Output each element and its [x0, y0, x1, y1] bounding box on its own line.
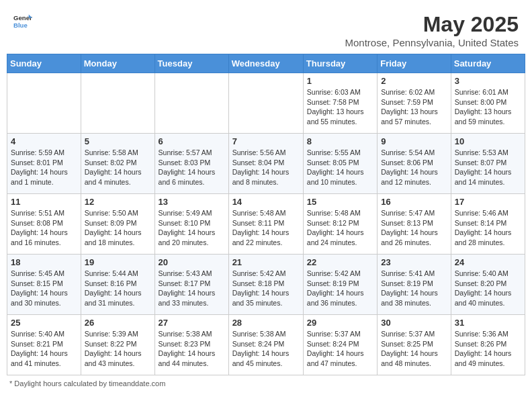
calendar-body: 1Sunrise: 6:03 AM Sunset: 7:58 PM Daylig… — [7, 73, 525, 375]
day-info: Sunrise: 5:39 AM Sunset: 8:22 PM Dayligh… — [85, 329, 151, 369]
calendar-day-cell: 3Sunrise: 6:01 AM Sunset: 8:00 PM Daylig… — [451, 73, 525, 134]
day-number: 13 — [159, 197, 225, 207]
day-info: Sunrise: 5:48 AM Sunset: 8:12 PM Dayligh… — [307, 208, 373, 248]
calendar-day-cell: 19Sunrise: 5:44 AM Sunset: 8:16 PM Dayli… — [81, 255, 154, 315]
day-info: Sunrise: 6:01 AM Sunset: 8:00 PM Dayligh… — [455, 87, 521, 127]
calendar-day-cell: 22Sunrise: 5:42 AM Sunset: 8:19 PM Dayli… — [303, 255, 377, 315]
day-number: 4 — [11, 136, 77, 146]
calendar-day-cell: 6Sunrise: 5:57 AM Sunset: 8:03 PM Daylig… — [154, 134, 228, 194]
day-number: 10 — [455, 136, 521, 146]
calendar-day-cell: 8Sunrise: 5:55 AM Sunset: 8:05 PM Daylig… — [303, 134, 377, 194]
calendar-day-cell: 17Sunrise: 5:46 AM Sunset: 8:14 PM Dayli… — [451, 194, 525, 255]
calendar-day-cell: 1Sunrise: 6:03 AM Sunset: 7:58 PM Daylig… — [303, 73, 377, 134]
day-number: 20 — [159, 257, 225, 267]
calendar-day-cell: 15Sunrise: 5:48 AM Sunset: 8:12 PM Dayli… — [303, 194, 377, 255]
day-number: 21 — [232, 257, 300, 267]
calendar-day-cell — [81, 73, 154, 134]
calendar-day-cell: 12Sunrise: 5:50 AM Sunset: 8:09 PM Dayli… — [81, 194, 154, 255]
calendar-day-cell: 23Sunrise: 5:41 AM Sunset: 8:19 PM Dayli… — [378, 255, 451, 315]
day-info: Sunrise: 5:48 AM Sunset: 8:11 PM Dayligh… — [232, 208, 300, 248]
logo-icon: General Blue — [13, 12, 32, 31]
day-info: Sunrise: 5:50 AM Sunset: 8:09 PM Dayligh… — [85, 208, 151, 248]
day-info: Sunrise: 5:36 AM Sunset: 8:26 PM Dayligh… — [455, 329, 521, 369]
weekday-header-cell: Friday — [378, 54, 451, 73]
day-info: Sunrise: 5:38 AM Sunset: 8:23 PM Dayligh… — [159, 329, 225, 369]
day-number: 26 — [85, 318, 151, 328]
title-area: May 2025 Montrose, Pennsylvania, United … — [345, 12, 519, 48]
day-number: 2 — [381, 76, 447, 86]
day-number: 12 — [85, 197, 151, 207]
day-info: Sunrise: 6:02 AM Sunset: 7:59 PM Dayligh… — [381, 87, 447, 127]
day-info: Sunrise: 5:45 AM Sunset: 8:15 PM Dayligh… — [11, 269, 77, 308]
calendar-day-cell: 28Sunrise: 5:38 AM Sunset: 8:24 PM Dayli… — [228, 315, 303, 375]
day-number: 31 — [455, 318, 521, 328]
calendar-table: SundayMondayTuesdayWednesdayThursdayFrid… — [7, 54, 525, 375]
calendar-week-row: 11Sunrise: 5:51 AM Sunset: 8:08 PM Dayli… — [7, 194, 525, 255]
location-title: Montrose, Pennsylvania, United States — [345, 37, 519, 48]
weekday-header-cell: Saturday — [451, 54, 525, 73]
weekday-header-cell: Wednesday — [228, 54, 303, 73]
calendar-day-cell: 5Sunrise: 5:58 AM Sunset: 8:02 PM Daylig… — [81, 134, 154, 194]
calendar-day-cell: 24Sunrise: 5:40 AM Sunset: 8:20 PM Dayli… — [451, 255, 525, 315]
day-number: 5 — [85, 136, 151, 146]
day-info: Sunrise: 5:46 AM Sunset: 8:14 PM Dayligh… — [455, 208, 521, 248]
calendar-day-cell: 14Sunrise: 5:48 AM Sunset: 8:11 PM Dayli… — [228, 194, 303, 255]
day-info: Sunrise: 5:47 AM Sunset: 8:13 PM Dayligh… — [381, 208, 447, 248]
weekday-header-cell: Thursday — [303, 54, 377, 73]
calendar-week-row: 18Sunrise: 5:45 AM Sunset: 8:15 PM Dayli… — [7, 255, 525, 315]
calendar-week-row: 25Sunrise: 5:40 AM Sunset: 8:21 PM Dayli… — [7, 315, 525, 375]
day-number: 29 — [307, 318, 373, 328]
day-number: 22 — [307, 257, 373, 267]
day-number: 16 — [381, 197, 447, 207]
day-info: Sunrise: 5:42 AM Sunset: 8:18 PM Dayligh… — [232, 269, 300, 308]
calendar-day-cell: 16Sunrise: 5:47 AM Sunset: 8:13 PM Dayli… — [378, 194, 451, 255]
day-info: Sunrise: 5:54 AM Sunset: 8:06 PM Dayligh… — [381, 148, 447, 187]
month-title: May 2025 — [345, 12, 519, 37]
day-info: Sunrise: 6:03 AM Sunset: 7:58 PM Dayligh… — [307, 87, 373, 127]
calendar-day-cell: 30Sunrise: 5:37 AM Sunset: 8:25 PM Dayli… — [378, 315, 451, 375]
day-info: Sunrise: 5:49 AM Sunset: 8:10 PM Dayligh… — [159, 208, 225, 248]
weekday-header: SundayMondayTuesdayWednesdayThursdayFrid… — [7, 54, 525, 73]
day-number: 14 — [232, 197, 300, 207]
day-info: Sunrise: 5:55 AM Sunset: 8:05 PM Dayligh… — [307, 148, 373, 187]
day-number: 9 — [381, 136, 447, 146]
day-info: Sunrise: 5:58 AM Sunset: 8:02 PM Dayligh… — [85, 148, 151, 187]
calendar-week-row: 1Sunrise: 6:03 AM Sunset: 7:58 PM Daylig… — [7, 73, 525, 134]
day-number: 27 — [159, 318, 225, 328]
day-number: 30 — [381, 318, 447, 328]
day-number: 18 — [11, 257, 77, 267]
day-number: 1 — [307, 76, 373, 86]
calendar-day-cell: 13Sunrise: 5:49 AM Sunset: 8:10 PM Dayli… — [154, 194, 228, 255]
weekday-header-cell: Monday — [81, 54, 154, 73]
day-info: Sunrise: 5:44 AM Sunset: 8:16 PM Dayligh… — [85, 269, 151, 308]
day-info: Sunrise: 5:57 AM Sunset: 8:03 PM Dayligh… — [159, 148, 225, 187]
day-info: Sunrise: 5:51 AM Sunset: 8:08 PM Dayligh… — [11, 208, 77, 248]
calendar-day-cell — [7, 73, 81, 134]
calendar-day-cell: 11Sunrise: 5:51 AM Sunset: 8:08 PM Dayli… — [7, 194, 81, 255]
calendar-day-cell: 29Sunrise: 5:37 AM Sunset: 8:24 PM Dayli… — [303, 315, 377, 375]
calendar-day-cell: 27Sunrise: 5:38 AM Sunset: 8:23 PM Dayli… — [154, 315, 228, 375]
calendar-day-cell: 2Sunrise: 6:02 AM Sunset: 7:59 PM Daylig… — [378, 73, 451, 134]
calendar-day-cell: 18Sunrise: 5:45 AM Sunset: 8:15 PM Dayli… — [7, 255, 81, 315]
day-number: 11 — [11, 197, 77, 207]
day-number: 7 — [232, 136, 300, 146]
calendar-week-row: 4Sunrise: 5:59 AM Sunset: 8:01 PM Daylig… — [7, 134, 525, 194]
calendar-day-cell: 26Sunrise: 5:39 AM Sunset: 8:22 PM Dayli… — [81, 315, 154, 375]
calendar-day-cell: 9Sunrise: 5:54 AM Sunset: 8:06 PM Daylig… — [378, 134, 451, 194]
day-info: Sunrise: 5:59 AM Sunset: 8:01 PM Dayligh… — [11, 148, 77, 187]
calendar-day-cell: 4Sunrise: 5:59 AM Sunset: 8:01 PM Daylig… — [7, 134, 81, 194]
svg-text:Blue: Blue — [13, 21, 28, 29]
calendar-day-cell: 7Sunrise: 5:56 AM Sunset: 8:04 PM Daylig… — [228, 134, 303, 194]
day-info: Sunrise: 5:37 AM Sunset: 8:25 PM Dayligh… — [381, 329, 447, 369]
logo: General Blue — [13, 12, 32, 31]
header: General Blue May 2025 Montrose, Pennsylv… — [7, 7, 525, 51]
day-info: Sunrise: 5:40 AM Sunset: 8:21 PM Dayligh… — [11, 329, 77, 369]
day-number: 15 — [307, 197, 373, 207]
day-info: Sunrise: 5:56 AM Sunset: 8:04 PM Dayligh… — [232, 148, 300, 187]
day-number: 25 — [11, 318, 77, 328]
day-number: 24 — [455, 257, 521, 267]
day-info: Sunrise: 5:43 AM Sunset: 8:17 PM Dayligh… — [159, 269, 225, 308]
day-info: Sunrise: 5:37 AM Sunset: 8:24 PM Dayligh… — [307, 329, 373, 369]
weekday-header-cell: Tuesday — [154, 54, 228, 73]
weekday-header-cell: Sunday — [7, 54, 81, 73]
